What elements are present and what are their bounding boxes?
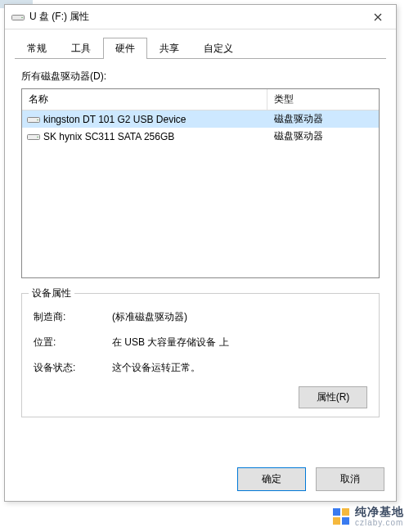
titlebar[interactable]: U 盘 (F:) 属性 [5,5,396,29]
location-value: 在 USB 大容量存储设备 上 [112,336,367,349]
listview-header[interactable]: 名称 类型 [22,89,379,110]
svg-point-3 [37,119,38,120]
manufacturer-value: (标准磁盘驱动器) [112,310,367,324]
tab-general[interactable]: 常规 [15,38,59,59]
status-label: 设备状态: [34,361,112,375]
tab-customize[interactable]: 自定义 [191,38,245,59]
list-item[interactable]: SK hynix SC311 SATA 256GB 磁盘驱动器 [22,128,379,145]
svg-rect-6 [333,508,340,516]
properties-button-row: 属性(R) [34,386,367,408]
ok-button[interactable]: 确定 [237,467,306,491]
tab-sharing[interactable]: 共享 [147,38,191,59]
tabstrip: 常规 工具 硬件 共享 自定义 [5,29,396,59]
drive-type: 磁盘驱动器 [267,129,379,143]
manufacturer-row: 制造商: (标准磁盘驱动器) [34,310,367,324]
column-name[interactable]: 名称 [22,89,267,110]
list-item[interactable]: kingston DT 101 G2 USB Device 磁盘驱动器 [22,110,379,128]
column-type[interactable]: 类型 [267,89,379,110]
drive-name: SK hynix SC311 SATA 256GB [43,131,267,142]
tab-label: 自定义 [204,43,233,54]
tab-tools[interactable]: 工具 [59,38,103,59]
window-title: U 盘 (F:) 属性 [29,10,362,24]
tab-label: 常规 [27,43,47,54]
watermark-logo-icon [332,507,350,525]
watermark-en: czlaby.com [355,518,404,527]
all-drives-label: 所有磁盘驱动器(D): [21,70,380,83]
location-row: 位置: 在 USB 大容量存储设备 上 [34,336,367,349]
svg-rect-7 [342,508,349,516]
svg-point-1 [21,16,23,18]
groupbox-legend: 设备属性 [29,286,74,300]
status-row: 设备状态: 这个设备运转正常。 [34,361,367,375]
listview-body: kingston DT 101 G2 USB Device 磁盘驱动器 SK h… [22,110,379,277]
tab-label: 共享 [160,43,179,54]
manufacturer-label: 制造商: [34,310,112,324]
status-value: 这个设备运转正常。 [112,361,367,375]
dialog-button-bar: 确定 取消 [5,459,396,501]
properties-dialog: U 盘 (F:) 属性 常规 工具 硬件 共享 自定义 所有磁盘驱动器(D): … [4,4,397,502]
watermark-text: 纯净基地 czlaby.com [355,505,404,527]
drive-icon [11,12,25,22]
close-button[interactable] [362,6,394,29]
device-properties-button[interactable]: 属性(R) [299,386,367,408]
disk-icon [27,132,40,142]
tab-label: 硬件 [115,43,135,54]
tab-label: 工具 [71,43,91,54]
location-label: 位置: [34,336,112,349]
drive-type: 磁盘驱动器 [267,112,379,126]
disk-icon [27,115,40,124]
svg-rect-9 [342,517,349,525]
cancel-button[interactable]: 取消 [316,467,384,491]
drive-name: kingston DT 101 G2 USB Device [43,114,267,125]
hardware-panel: 所有磁盘驱动器(D): 名称 类型 kingston DT 101 G2 USB… [5,60,396,459]
svg-rect-8 [333,517,340,525]
watermark: 纯净基地 czlaby.com [332,505,404,527]
device-properties-group: 设备属性 制造商: (标准磁盘驱动器) 位置: 在 USB 大容量存储设备 上 … [21,293,380,417]
tab-hardware[interactable]: 硬件 [103,38,147,59]
tabstrip-divider [15,58,386,59]
drives-listview[interactable]: 名称 类型 kingston DT 101 G2 USB Device 磁盘驱动… [21,88,380,278]
svg-point-5 [37,136,38,138]
